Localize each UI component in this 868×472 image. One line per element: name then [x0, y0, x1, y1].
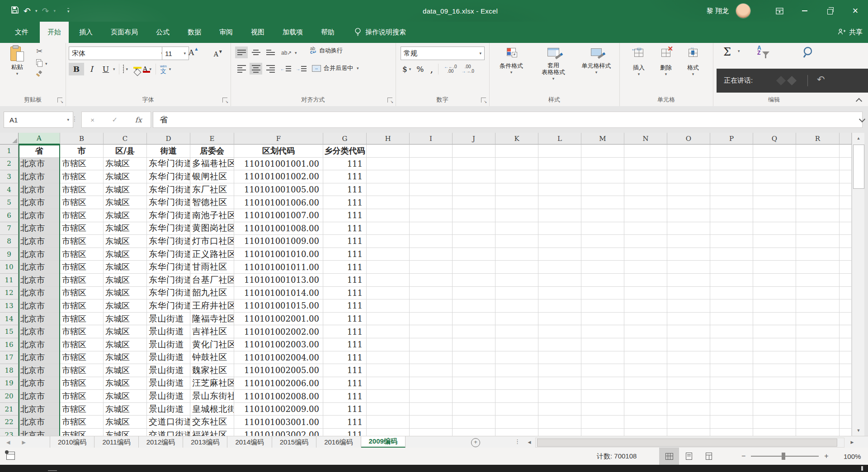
minimize-button[interactable]	[792, 0, 817, 22]
cell-P23[interactable]	[710, 429, 753, 436]
cell-K9[interactable]	[495, 248, 538, 261]
cell-Q21[interactable]	[753, 403, 796, 416]
scroll-left-icon[interactable]: ◀	[524, 438, 534, 447]
cell-P1[interactable]	[710, 145, 753, 158]
orientation-icon[interactable]: ab↗	[281, 50, 292, 56]
zoom-slider[interactable]	[751, 456, 819, 457]
cell-C11[interactable]: 东城区	[104, 274, 147, 287]
font-name-combo[interactable]: 宋体▾	[69, 47, 166, 60]
cell-D8[interactable]: 东华门街道	[147, 235, 190, 248]
cell-L23[interactable]	[538, 429, 581, 436]
row-header-19[interactable]: 19	[0, 377, 19, 390]
column-header-A[interactable]: A	[19, 133, 60, 145]
formula-input[interactable]: 省	[153, 112, 863, 128]
vertical-scrollbar[interactable]: ▲ ▼	[852, 133, 865, 436]
cell-G11[interactable]: 111	[323, 274, 367, 287]
row-header-5[interactable]: 5	[0, 196, 19, 209]
cell-Q7[interactable]	[753, 222, 796, 235]
cell-L5[interactable]	[538, 196, 581, 209]
cell-C16[interactable]: 东城区	[104, 338, 147, 351]
cell-N5[interactable]	[624, 196, 667, 209]
cell-E12[interactable]: 韶九社区	[190, 287, 234, 300]
cell-Q6[interactable]	[753, 209, 796, 222]
name-box[interactable]: A1 ▾	[4, 112, 73, 128]
cell-J12[interactable]	[453, 287, 495, 300]
cell-L8[interactable]	[538, 235, 581, 248]
cell-D11[interactable]: 东华门街道	[147, 274, 190, 287]
cell-K11[interactable]	[495, 274, 538, 287]
cell-K2[interactable]	[495, 158, 538, 171]
zoom-out-icon[interactable]: −	[741, 452, 745, 460]
cell-B23[interactable]: 市辖区	[60, 429, 104, 436]
cell-L7[interactable]	[538, 222, 581, 235]
cell-Q5[interactable]	[753, 196, 796, 209]
row-header-10[interactable]: 10	[0, 261, 19, 274]
cell-N10[interactable]	[624, 261, 667, 274]
cell-O20[interactable]	[667, 390, 710, 403]
cell-Q18[interactable]	[753, 364, 796, 377]
cell-N14[interactable]	[624, 313, 667, 326]
cell-K23[interactable]	[495, 429, 538, 436]
cell-N4[interactable]	[624, 183, 667, 196]
cell-G17[interactable]: 111	[323, 351, 367, 365]
cell-F10[interactable]: 110101001011.00	[234, 261, 323, 274]
column-header-P[interactable]: P	[710, 133, 753, 145]
cell-E1[interactable]: 居委会	[190, 145, 234, 158]
cell-D22[interactable]: 交道口街道	[147, 416, 190, 429]
cell-Q1[interactable]	[753, 145, 796, 158]
cell-J19[interactable]	[453, 377, 495, 390]
format-cells-button[interactable]: ↔ 格式 ▾	[681, 45, 705, 76]
horizontal-scrollbar[interactable]: ◀ ▶	[524, 438, 857, 447]
cell-R11[interactable]	[796, 274, 840, 287]
font-dialog-launcher-icon[interactable]	[222, 98, 227, 103]
cell-P16[interactable]	[710, 338, 753, 351]
cell-N22[interactable]	[624, 416, 667, 429]
cell-I11[interactable]	[410, 274, 453, 287]
cell-I12[interactable]	[410, 287, 453, 300]
ribbon-tab-review[interactable]: 审阅	[212, 22, 241, 43]
cell-E9[interactable]: 正义路社区	[190, 248, 234, 261]
macro-record-icon[interactable]	[6, 452, 15, 460]
cell-M22[interactable]	[581, 416, 624, 429]
ribbon-display-options-button[interactable]	[767, 0, 792, 22]
cell-E17[interactable]: 钟鼓社区	[190, 351, 234, 365]
underline-dropdown-icon[interactable]: ▾	[113, 67, 115, 71]
row-header-14[interactable]: 14	[0, 313, 19, 326]
cell-E6[interactable]: 南池子社区	[190, 209, 234, 222]
cell-R22[interactable]	[796, 416, 840, 429]
cell-P17[interactable]	[710, 351, 753, 365]
cell-O10[interactable]	[667, 261, 710, 274]
cell-styles-button[interactable]: 单元格样式 ▾	[575, 45, 618, 75]
cell-G14[interactable]: 111	[323, 313, 367, 326]
cell-I14[interactable]	[410, 313, 453, 326]
cell-A14[interactable]: 北京市	[19, 313, 60, 326]
cell-P13[interactable]	[710, 299, 753, 313]
cell-G3[interactable]: 111	[323, 170, 367, 183]
cell-L21[interactable]	[538, 403, 581, 416]
merge-center-button[interactable]: ↔ 合并后居中 ▾	[312, 64, 359, 72]
cell-C4[interactable]: 东城区	[104, 183, 147, 196]
cell-L14[interactable]	[538, 313, 581, 326]
ribbon-tab-help[interactable]: 帮助	[313, 22, 342, 43]
cell-D10[interactable]: 东华门街道	[147, 261, 190, 274]
cell-R16[interactable]	[796, 338, 840, 351]
cell-C12[interactable]: 东城区	[104, 287, 147, 300]
cell-Q10[interactable]	[753, 261, 796, 274]
cell-E21[interactable]: 皇城根北街社区	[190, 403, 234, 416]
cell-J14[interactable]	[453, 313, 495, 326]
cell-I8[interactable]	[410, 235, 453, 248]
cell-Q2[interactable]	[753, 158, 796, 171]
cell-N19[interactable]	[624, 377, 667, 390]
cell-R18[interactable]	[796, 364, 840, 377]
cell-L3[interactable]	[538, 170, 581, 183]
user-name[interactable]: 黎 翔龙	[707, 7, 729, 15]
ribbon-tab-home[interactable]: 开始	[40, 22, 69, 43]
sheet-tab-2015[interactable]: 2015编码	[272, 436, 316, 448]
page-layout-view-button[interactable]	[679, 448, 699, 465]
cell-D18[interactable]: 景山街道	[147, 364, 190, 377]
cell-I5[interactable]	[410, 196, 453, 209]
cell-B4[interactable]: 市辖区	[60, 183, 104, 196]
cell-G5[interactable]: 111	[323, 196, 367, 209]
cell-O9[interactable]	[667, 248, 710, 261]
decrease-decimal-button[interactable]: .00→→.0	[459, 65, 476, 74]
